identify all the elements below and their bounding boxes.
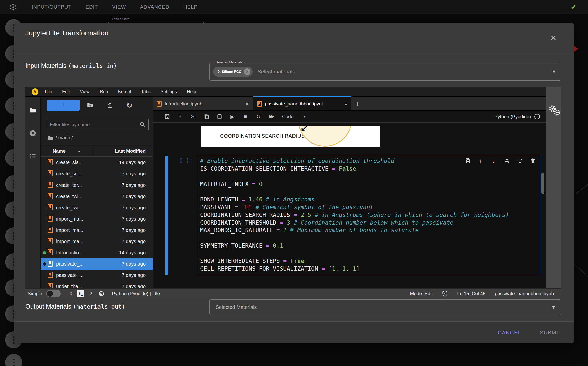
column-name[interactable]: Name — [53, 148, 66, 154]
notebook-icon — [48, 283, 53, 288]
settings-gears-icon[interactable] — [548, 105, 561, 117]
delete-cell-icon[interactable] — [529, 157, 536, 164]
material-chip[interactable]: 0: Silicon FCC ✕ — [213, 67, 253, 77]
cursor-position[interactable]: Ln 15, Col 48 — [457, 291, 485, 296]
workflow-valid-check-icon: ✓ — [571, 3, 577, 11]
notebook-scrollbar[interactable] — [541, 173, 544, 194]
cancel-button[interactable]: CANCEL — [498, 330, 521, 336]
dialog-close-icon[interactable]: ✕ — [548, 32, 559, 44]
jupyter-menu-kernel[interactable]: Kernel — [118, 89, 131, 94]
tab-passivate-nanoribbon[interactable]: passivate_nanoribbon.ipynl ● — [253, 96, 351, 110]
move-cell-up-icon[interactable]: ↑ — [477, 157, 484, 164]
tab-introduction[interactable]: Introduction.ipynb ✕ — [153, 97, 253, 110]
cell-type-select[interactable]: Code — [282, 114, 293, 119]
chevron-down-icon[interactable]: ▾ — [304, 114, 306, 119]
file-row[interactable]: import_ma...7 days ago — [41, 225, 153, 236]
table-of-contents-icon[interactable] — [29, 153, 36, 160]
file-row[interactable]: under_the...7 days ago — [41, 281, 153, 288]
cell-collapser[interactable] — [165, 156, 168, 275]
kernel-count[interactable]: 2 — [90, 291, 92, 296]
file-row[interactable]: create_twi...7 days ago — [41, 191, 153, 202]
file-row[interactable]: passivate_...7 days ago — [41, 270, 153, 281]
column-last-modified[interactable]: Last Modified — [115, 148, 146, 154]
file-row[interactable]: create_ter...7 days ago — [41, 179, 153, 191]
file-name: under_the... — [56, 284, 82, 288]
refresh-icon[interactable]: ↻ — [124, 100, 134, 110]
jupyter-menu-help[interactable]: Help — [187, 89, 196, 94]
file-name: create_ter... — [56, 182, 82, 188]
menu-help[interactable]: HELP — [183, 4, 198, 10]
chip-delete-icon[interactable]: ✕ — [244, 68, 250, 75]
background-edge-line — [573, 263, 588, 282]
file-name: create_su... — [56, 171, 82, 177]
input-materials-select[interactable]: Selected Materials 0: Silicon FCC ✕ Sele… — [209, 63, 561, 81]
chevron-down-icon[interactable]: ▾ — [553, 63, 555, 80]
jupyter-menu-run[interactable]: Run — [100, 89, 108, 94]
duplicate-cell-icon[interactable] — [464, 157, 471, 164]
restart-run-all-icon[interactable]: ▶▶ — [266, 112, 277, 121]
file-browser-icon[interactable] — [29, 107, 36, 114]
run-cell-icon[interactable]: ▶ — [227, 112, 238, 121]
jupyter-menu-bar: ϟ File Edit View Run Kernel Tabs Setting… — [25, 87, 546, 97]
jupyterlab-frame: ϟ File Edit View Run Kernel Tabs Setting… — [25, 87, 561, 298]
output-materials-label: Output Materials (materials_out) — [25, 303, 125, 310]
shield-x-icon[interactable] — [442, 290, 448, 297]
insert-cell-icon[interactable]: + — [175, 112, 185, 121]
code-editor[interactable]: # Enable interactive selection of coordi… — [197, 155, 540, 276]
new-folder-icon[interactable] — [85, 100, 95, 110]
filter-files-input[interactable] — [50, 122, 139, 127]
file-row[interactable]: Introductio...14 days ago — [41, 247, 153, 258]
upload-icon[interactable] — [105, 100, 115, 110]
file-modified: 7 days ago — [122, 216, 146, 222]
notebook-icon — [48, 261, 53, 267]
file-modified: 7 days ago — [122, 182, 146, 188]
kernel-chip-icon — [98, 290, 105, 297]
jupyter-menu-file[interactable]: File — [45, 89, 52, 94]
file-name: import_ma... — [56, 239, 83, 244]
move-cell-down-icon[interactable]: ↓ — [490, 157, 497, 164]
sort-asc-icon: ▲ — [78, 149, 81, 153]
tab-close-icon[interactable]: ✕ — [245, 101, 249, 107]
terminal-count[interactable]: 0 — [70, 291, 72, 296]
file-row[interactable]: create_sla...14 days ago — [41, 157, 153, 168]
menu-view[interactable]: VIEW — [112, 4, 126, 10]
file-row[interactable]: create_twi...7 days ago — [41, 202, 153, 213]
new-tab-icon[interactable]: + — [351, 97, 363, 110]
file-row[interactable]: import_ma...7 days ago — [41, 213, 153, 225]
menu-edit[interactable]: EDIT — [86, 4, 98, 10]
file-row[interactable]: create_su...7 days ago — [41, 168, 153, 179]
file-row-selected[interactable]: passivate_...7 days ago — [41, 258, 153, 270]
kernel-status[interactable]: Python (Pyodide) | Idle — [112, 291, 160, 296]
menu-advanced[interactable]: ADVANCED — [140, 4, 169, 10]
file-row[interactable]: import_ma...7 days ago — [41, 236, 153, 247]
jupyter-menu-tabs[interactable]: Tabs — [141, 89, 151, 94]
restart-kernel-icon[interactable]: ↻ — [253, 112, 264, 121]
jupyter-menu-edit[interactable]: Edit — [62, 89, 70, 94]
copy-cell-icon[interactable] — [201, 112, 212, 121]
chevron-down-icon[interactable]: ▾ — [552, 304, 555, 310]
insert-cell-below-icon[interactable] — [516, 157, 523, 164]
breadcrumb[interactable]: / made / — [47, 135, 73, 141]
notebook-icon — [48, 159, 53, 165]
jupyter-status-bar: Simple 0 $_ 2 Python (Pyodide) | Idle Mo… — [25, 288, 561, 298]
new-launcher-button[interactable]: + — [47, 100, 80, 111]
menu-input-output[interactable]: INPUT/OUTPUT — [32, 4, 72, 10]
save-icon[interactable] — [162, 112, 172, 121]
output-materials-select[interactable]: Selected Materials ▾ — [209, 299, 561, 315]
running-kernels-icon[interactable] — [29, 130, 36, 137]
insert-cell-above-icon[interactable] — [503, 157, 510, 164]
jupyter-menu-view[interactable]: View — [80, 89, 90, 94]
input-materials-text: Input Materials — [25, 62, 68, 69]
filter-files-box — [47, 119, 149, 130]
jupyter-menu-settings[interactable]: Settings — [161, 89, 177, 94]
stop-kernel-icon[interactable]: ■ — [240, 112, 251, 121]
kernel-selector[interactable]: Python (Pyodide) — [494, 114, 543, 119]
file-modified: 7 days ago — [122, 194, 146, 199]
notebook-icon — [48, 272, 53, 278]
paste-cell-icon[interactable] — [214, 112, 225, 121]
submit-button[interactable]: SUBMIT — [540, 330, 562, 336]
simple-mode-toggle[interactable] — [46, 290, 61, 297]
file-list: create_sla...14 days ago create_su...7 d… — [41, 157, 153, 288]
cut-cell-icon[interactable]: ✂ — [188, 112, 199, 121]
app-top-bar: INPUT/OUTPUT EDIT VIEW ADVANCED HELP ✓ — [0, 0, 588, 14]
